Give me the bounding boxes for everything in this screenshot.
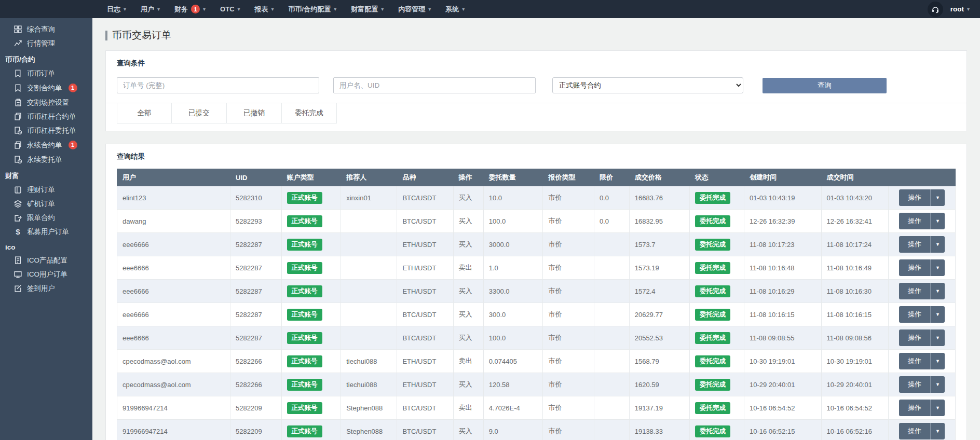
cell-referrer <box>341 233 397 256</box>
sidebar-item-14[interactable]: 跟单合约 <box>0 211 92 225</box>
action-button-group: 操作▼ <box>899 259 945 276</box>
action-button[interactable]: 操作 <box>899 353 930 369</box>
cell-created-time: 11-08 10:16:29 <box>744 280 821 303</box>
sidebar-item-8[interactable]: 币币杠杆委托单 <box>0 123 92 138</box>
action-button[interactable]: 操作 <box>899 329 930 346</box>
cell-actions: 操作▼ <box>888 303 955 326</box>
sidebar-item-17[interactable]: ICO产品配置 <box>0 253 92 267</box>
query-results-title: 查询结果 <box>106 144 967 166</box>
sidebar-item-2[interactable]: 行情管理 <box>0 36 92 50</box>
cell-created-time: 10-29 20:40:01 <box>744 373 821 396</box>
cell-side: 卖出 <box>453 396 483 420</box>
action-dropdown-button[interactable]: ▼ <box>930 353 945 369</box>
cell-account-type: 正式账号 <box>281 396 341 420</box>
action-button[interactable]: 操作 <box>899 236 930 253</box>
sidebar-section-header: ico <box>0 239 92 253</box>
action-dropdown-button[interactable]: ▼ <box>930 259 945 276</box>
sidebar-item-label: 交割合约单 <box>27 84 62 92</box>
sidebar-item-5[interactable]: 交割合约单1 <box>0 80 92 95</box>
nav-item-5[interactable]: 报表▾ <box>248 0 281 18</box>
action-dropdown-button[interactable]: ▼ <box>930 283 945 299</box>
cell-uid: 5282287 <box>230 326 282 350</box>
cell-status: 委托完成 <box>689 233 744 256</box>
search-button[interactable]: 查询 <box>763 78 887 93</box>
sidebar-item-12[interactable]: 理财订单 <box>0 183 92 197</box>
cell-symbol: BTC/USDT <box>397 186 453 210</box>
column-header: UID <box>230 169 282 186</box>
cell-side: 买入 <box>453 186 483 210</box>
table-row: eee66665282287正式账号ETH/USDT买入3000.0市价1573… <box>117 233 956 256</box>
action-dropdown-button[interactable]: ▼ <box>930 329 945 346</box>
tab-1[interactable]: 全部 <box>117 103 172 123</box>
order-id-input[interactable] <box>117 77 319 93</box>
sidebar-item-13[interactable]: 矿机订单 <box>0 197 92 211</box>
action-dropdown-button[interactable]: ▼ <box>930 400 945 416</box>
nav-item-4[interactable]: OTC▾ <box>213 0 247 18</box>
action-dropdown-button[interactable]: ▼ <box>930 213 945 229</box>
nav-item-6[interactable]: 币币/合约配置▾ <box>281 0 344 18</box>
nav-item-label: 用户 <box>141 5 154 14</box>
nav-item-2[interactable]: 用户▾ <box>133 0 167 18</box>
support-button[interactable] <box>928 2 943 17</box>
action-button[interactable]: 操作 <box>899 376 930 393</box>
user-uid-input[interactable] <box>333 77 536 93</box>
tab-3[interactable]: 已撤销 <box>227 103 282 123</box>
cell-user: dawang <box>117 210 230 233</box>
action-dropdown-button[interactable]: ▼ <box>930 376 945 393</box>
nav-item-3[interactable]: 财务1▾ <box>167 0 213 18</box>
tab-4[interactable]: 委托完成 <box>282 103 337 123</box>
cell-side: 买入 <box>453 233 483 256</box>
action-button-group: 操作▼ <box>899 423 945 439</box>
nav-item-1[interactable]: 日志▾ <box>100 0 133 18</box>
cell-status: 委托完成 <box>689 256 744 280</box>
svg-text:$: $ <box>16 228 20 236</box>
action-button[interactable]: 操作 <box>899 189 930 206</box>
cell-status: 委托完成 <box>689 186 744 210</box>
action-dropdown-button[interactable]: ▼ <box>930 423 945 439</box>
sidebar-item-label: 签到用户 <box>27 284 55 292</box>
account-type-badge: 正式账号 <box>287 239 322 251</box>
action-button[interactable]: 操作 <box>899 423 930 439</box>
cell-amount: 100.0 <box>483 326 543 350</box>
notification-badge: 1 <box>69 84 77 92</box>
cell-uid: 5282310 <box>230 186 282 210</box>
sidebar-item-15[interactable]: $私募用户订单 <box>0 225 92 239</box>
sidebar-item-label: ICO产品配置 <box>27 256 67 264</box>
copy-icon <box>14 113 22 120</box>
action-button[interactable]: 操作 <box>899 259 930 276</box>
action-button[interactable]: 操作 <box>899 283 930 299</box>
account-type-badge: 正式账号 <box>287 425 322 437</box>
action-dropdown-button[interactable]: ▼ <box>930 189 945 206</box>
sidebar-item-19[interactable]: 签到用户 <box>0 281 92 295</box>
sidebar-item-18[interactable]: ICO用户订单 <box>0 267 92 281</box>
table-row: cpecodmass@aol.com5282266正式账号tiechui088E… <box>117 350 956 373</box>
user-menu[interactable]: root ▾ <box>950 5 970 13</box>
cell-price-type: 市价 <box>543 326 594 350</box>
status-badge: 委托完成 <box>695 332 730 344</box>
cell-side: 买入 <box>453 420 483 440</box>
action-dropdown-button[interactable]: ▼ <box>930 236 945 253</box>
action-button-group: 操作▼ <box>899 329 945 346</box>
action-dropdown-button[interactable]: ▼ <box>930 306 945 323</box>
sidebar-item-7[interactable]: 币币杠杆合约单 <box>0 109 92 123</box>
action-button[interactable]: 操作 <box>899 400 930 416</box>
table-row: elint1235282310正式账号xinxin01BTC/USDT买入10.… <box>117 186 956 210</box>
nav-item-8[interactable]: 内容管理▾ <box>391 0 438 18</box>
cell-account-type: 正式账号 <box>281 186 341 210</box>
cell-deal-time: 10-16 06:52:16 <box>821 420 888 440</box>
action-button[interactable]: 操作 <box>899 306 930 323</box>
sidebar-item-6[interactable]: 交割场控设置 <box>0 95 92 109</box>
cell-deal-price: 20629.77 <box>629 303 689 326</box>
table-row: eee66665282287正式账号ETH/USDT卖出1.0市价1573.19… <box>117 256 956 280</box>
cell-limit-price <box>594 350 629 373</box>
account-type-select[interactable]: 正式账号合约 <box>552 77 743 93</box>
sidebar-item-4[interactable]: 币币订单 <box>0 66 92 80</box>
nav-item-9[interactable]: 系统▾ <box>438 0 472 18</box>
tab-2[interactable]: 已提交 <box>172 103 227 123</box>
sidebar-item-1[interactable]: 综合查询 <box>0 22 92 36</box>
sidebar-item-9[interactable]: 永续合约单1 <box>0 138 92 153</box>
table-row: eee66665282287正式账号BTC/USDT买入300.0市价20629… <box>117 303 956 326</box>
nav-item-7[interactable]: 财富配置▾ <box>344 0 391 18</box>
action-button[interactable]: 操作 <box>899 213 930 229</box>
sidebar-item-10[interactable]: 永续委托单 <box>0 153 92 167</box>
